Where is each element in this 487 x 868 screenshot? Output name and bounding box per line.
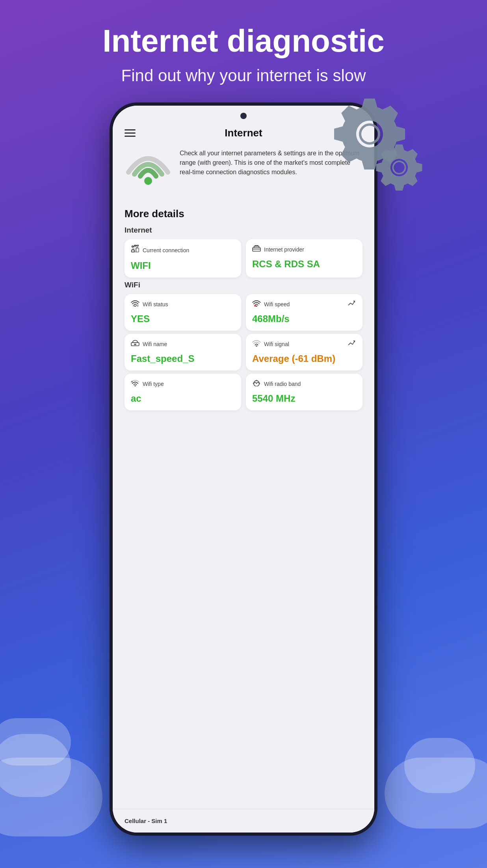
internet-provider-header: Internet provider [252, 245, 356, 254]
wifi-type-card[interactable]: Wifi type ac [125, 374, 241, 410]
more-details-section: More details Internet [113, 204, 374, 417]
wifi-radio-band-header: Wifi radio band [252, 379, 356, 388]
svg-point-1 [393, 161, 405, 173]
wifi-name-value: Fast_speed_S [131, 353, 235, 364]
wifi-signal-chart-icon [348, 339, 356, 348]
wifi-signal-header: Wifi signal [252, 339, 356, 348]
wifi-speed-icon [252, 300, 261, 309]
hamburger-line-1 [125, 129, 136, 130]
svg-text:⚙: ⚙ [136, 304, 139, 307]
wifi-status-card[interactable]: ⚙ Wifi status YES [125, 294, 241, 331]
svg-point-24 [256, 345, 257, 346]
internet-cards-grid: Current connection WIFI [125, 239, 362, 278]
camera-notch [240, 113, 247, 119]
current-connection-label: Current connection [143, 247, 189, 253]
wifi-radio-band-card[interactable]: Wifi radio band 5540 MHz [246, 374, 362, 410]
current-connection-header: Current connection [131, 245, 235, 255]
current-connection-card[interactable]: Current connection WIFI [125, 239, 241, 278]
wifi-type-icon [131, 379, 139, 388]
wifi-type-label: Wifi type [143, 381, 164, 387]
svg-point-11 [137, 245, 139, 246]
wifi-name-card[interactable]: Wifi name Fast_speed_S [125, 334, 241, 371]
svg-point-17 [133, 305, 135, 307]
wifi-cards-grid-3: Wifi type ac [125, 374, 362, 410]
gear-decoration [330, 95, 409, 175]
svg-point-9 [132, 246, 134, 248]
wifi-signal-value: Average (-61 dBm) [252, 353, 356, 364]
phone-screen: Internet Check all your in [113, 106, 374, 833]
subtitle: Find out why your internet is slow [32, 66, 455, 85]
hamburger-menu-button[interactable] [125, 129, 136, 137]
cellular-label: Cellular - Sim 1 [125, 818, 167, 824]
wifi-type-header: Wifi type [131, 379, 235, 388]
more-details-title: More details [125, 208, 362, 220]
svg-rect-14 [253, 248, 260, 251]
header-section: Internet diagnostic Find out why your in… [0, 0, 487, 97]
bottom-bar: Cellular - Sim 1 [113, 809, 374, 833]
wifi-speed-card[interactable]: Wifi speed 468Mb/s [246, 294, 362, 331]
wifi-cards-grid-1: ⚙ Wifi status YES [125, 294, 362, 331]
screen-title: Internet [225, 127, 262, 139]
svg-point-25 [134, 385, 136, 386]
svg-point-2 [144, 177, 152, 185]
wifi-subsection-label: WiFi [125, 281, 362, 289]
internet-provider-icon [252, 245, 261, 254]
wifi-radio-band-label: Wifi radio band [264, 381, 301, 387]
svg-point-0 [360, 125, 379, 143]
internet-provider-value: RCS & RDS SA [252, 259, 356, 270]
current-connection-icon [131, 245, 139, 255]
wifi-speed-value: 468Mb/s [252, 313, 356, 324]
phone-frame: Internet Check all your in [110, 102, 377, 836]
wifi-illustration [125, 149, 172, 196]
wifi-name-header: Wifi name [131, 339, 235, 348]
internet-provider-card[interactable]: Internet provider RCS & RDS SA [246, 239, 362, 278]
internet-subsection-label: Internet [125, 226, 362, 235]
hamburger-line-2 [125, 132, 136, 134]
main-title: Internet diagnostic [32, 24, 455, 58]
cloud-decoration-mid [0, 718, 71, 766]
cloud-decoration-right [385, 758, 487, 829]
wifi-signal-card[interactable]: Wifi signal Average (-61 dBm) [246, 334, 362, 371]
wifi-speed-header: Wifi speed [252, 300, 356, 309]
wifi-status-header: ⚙ Wifi status [131, 300, 235, 309]
wifi-speed-chart-icon [348, 300, 356, 309]
svg-point-26 [131, 381, 133, 383]
wifi-cards-grid-2: Wifi name Fast_speed_S [125, 334, 362, 371]
hamburger-line-3 [125, 136, 136, 137]
cloud-decoration-left [0, 758, 102, 836]
current-connection-value: WIFI [131, 260, 235, 271]
wifi-status-icon: ⚙ [131, 300, 139, 309]
wifi-status-label: Wifi status [143, 301, 168, 307]
svg-point-20 [254, 305, 256, 307]
wifi-radio-band-icon [252, 379, 261, 388]
wifi-status-value: YES [131, 313, 235, 324]
wifi-radio-band-value: 5540 MHz [252, 393, 356, 404]
wifi-signal-icon [252, 339, 261, 348]
wifi-speed-label: Wifi speed [264, 301, 290, 307]
internet-provider-label: Internet provider [264, 246, 304, 253]
small-gear-icon [374, 142, 425, 193]
wifi-signal-label: Wifi signal [264, 341, 289, 347]
wifi-name-icon [131, 339, 139, 348]
phone-wrapper: Internet Check all your in [110, 102, 377, 836]
wifi-type-value: ac [131, 393, 235, 404]
wifi-name-label: Wifi name [143, 341, 167, 347]
